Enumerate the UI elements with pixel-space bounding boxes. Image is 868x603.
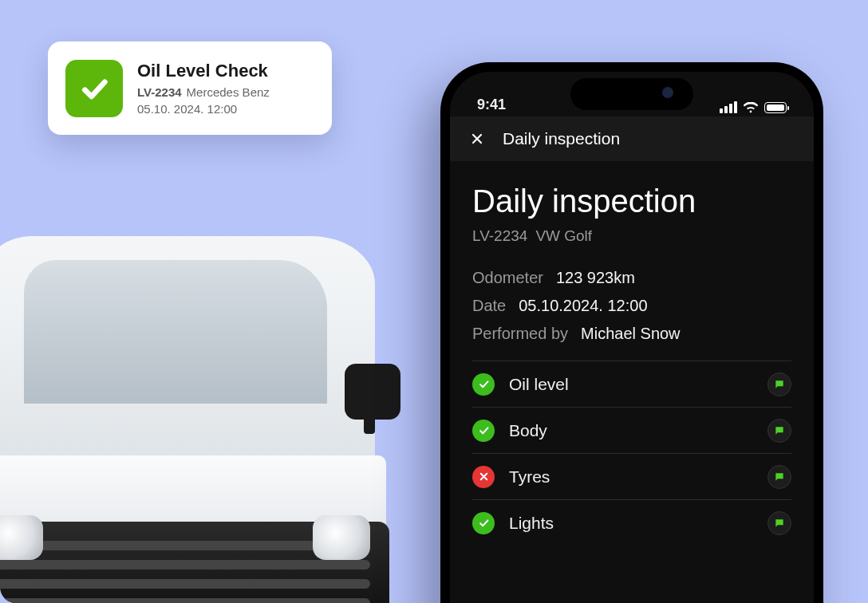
app-header: Daily inspection	[450, 116, 814, 161]
checklist-item-label: Lights	[509, 514, 767, 533]
checklist-item[interactable]: Tyres	[472, 453, 791, 499]
inspection-checklist: Oil level Body	[472, 361, 791, 546]
checklist-item-label: Body	[509, 421, 767, 440]
chat-icon	[774, 518, 785, 529]
comment-button[interactable]	[767, 372, 791, 396]
oil-level-check-card: Oil Level Check LV-2234Mercedes Benz 05.…	[48, 41, 332, 135]
checklist-item[interactable]: Oil level	[472, 361, 791, 407]
card-vehicle-model: Mercedes Benz	[187, 85, 270, 99]
card-plate: LV-2234	[137, 85, 182, 99]
cellular-icon	[720, 101, 737, 113]
chat-icon	[774, 379, 785, 390]
status-pass-icon	[472, 373, 495, 396]
phone-screen: 9:41 Daily inspection Daily inspection L…	[450, 72, 814, 603]
card-title: Oil Level Check	[137, 59, 270, 83]
vehicle-line: LV-2234VW Golf	[472, 227, 791, 245]
chat-icon	[774, 471, 785, 483]
comment-button[interactable]	[767, 419, 791, 443]
vehicle-model: VW Golf	[535, 227, 592, 244]
phone-camera	[662, 87, 673, 98]
checklist-item-label: Tyres	[509, 467, 767, 487]
odometer-value: 123 923km	[556, 269, 635, 287]
comment-button[interactable]	[767, 465, 791, 489]
status-time: 9:41	[477, 97, 506, 113]
odometer-label: Odometer	[472, 269, 543, 287]
close-button[interactable]	[466, 128, 488, 150]
status-pass-icon	[472, 420, 495, 442]
date-value: 05.10.2024. 12:00	[519, 297, 647, 315]
close-icon	[469, 131, 485, 147]
checklist-item-label: Oil level	[509, 375, 767, 394]
vehicle-plate: LV-2234	[472, 227, 527, 244]
status-indicators	[720, 101, 787, 113]
checklist-item[interactable]: Lights	[472, 499, 791, 546]
app-header-title: Daily inspection	[503, 129, 620, 148]
status-fail-icon	[472, 466, 495, 488]
date-label: Date	[472, 297, 506, 315]
checklist-item[interactable]: Body	[472, 407, 791, 453]
page-title: Daily inspection	[472, 183, 791, 219]
comment-button[interactable]	[767, 511, 791, 535]
performed-by-label: Performed by	[472, 325, 568, 343]
check-icon	[65, 60, 123, 117]
card-datetime: 05.10. 2024. 12:00	[137, 101, 270, 117]
performed-by-value: Michael Snow	[581, 325, 681, 343]
card-vehicle-line: LV-2234Mercedes Benz	[137, 85, 270, 100]
phone-mockup: 9:41 Daily inspection Daily inspection L…	[440, 62, 823, 603]
chat-icon	[774, 425, 785, 436]
battery-icon	[764, 102, 787, 113]
page-content: Daily inspection LV-2234VW Golf Odometer…	[450, 161, 814, 546]
inspection-meta: Odometer 123 923km Date 05.10.2024. 12:0…	[472, 269, 791, 343]
phone-notch	[570, 78, 693, 110]
van-image	[0, 172, 423, 603]
status-pass-icon	[472, 512, 495, 534]
wifi-icon	[743, 102, 759, 113]
